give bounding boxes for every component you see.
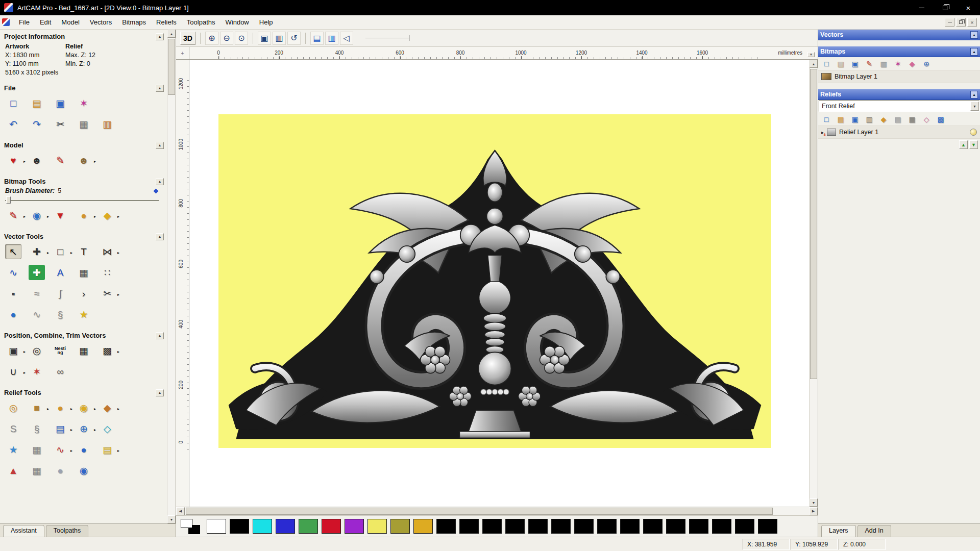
create-star-tool[interactable]: ★ — [76, 307, 92, 322]
collapse-button[interactable]: ▲ — [970, 31, 978, 39]
palette-swatch[interactable] — [735, 519, 754, 534]
brush-preset-icon[interactable] — [154, 188, 159, 193]
flyout-caret-icon[interactable]: ▸ — [117, 349, 119, 354]
menu-item[interactable]: Bitmaps — [117, 16, 151, 28]
palette-swatch[interactable] — [758, 519, 777, 534]
palette-swatch[interactable] — [345, 519, 364, 534]
shape-editor-tool[interactable]: ✎ — [52, 153, 68, 168]
rotate-copy-tool[interactable]: ▩▸ — [99, 343, 115, 358]
free-curve-tool[interactable]: ≈ — [29, 286, 45, 301]
zoom-window-button[interactable]: ⊙ — [235, 32, 248, 45]
menu-item[interactable]: Reliefs — [151, 16, 182, 28]
minimize-button[interactable] — [910, 0, 933, 15]
flyout-caret-icon[interactable]: ▸ — [94, 159, 96, 164]
flyout-caret-icon[interactable]: ▸ — [117, 214, 119, 219]
palette-swatch[interactable] — [322, 519, 341, 534]
palette-swatch[interactable] — [413, 519, 433, 534]
menu-item[interactable]: File — [14, 16, 35, 28]
palette-swatch[interactable] — [689, 519, 708, 534]
calculate-relief-button[interactable]: ▦ — [906, 114, 918, 125]
block-array-tool[interactable]: ▦ — [76, 343, 92, 358]
zoom-fit-button[interactable]: ▣ — [258, 32, 271, 45]
relief-layer-row[interactable]: ▸ Relief Layer 1 — [818, 126, 980, 139]
assistant-tab[interactable]: Toolpaths — [46, 525, 89, 537]
palette-swatch[interactable] — [620, 519, 640, 534]
cut-button[interactable]: ✂ — [52, 116, 68, 132]
layer-link-button[interactable]: ⊕ — [920, 58, 933, 69]
palette-swatch[interactable] — [207, 519, 226, 534]
palette-swatch[interactable] — [574, 519, 594, 534]
flyout-caret-icon[interactable]: ▸ — [94, 428, 96, 432]
palette-swatch[interactable] — [712, 519, 731, 534]
trim-vectors-tool[interactable]: ✂▸ — [99, 286, 115, 301]
flyout-caret-icon[interactable]: ▸ — [94, 214, 96, 219]
relief-clipart-tool[interactable]: ■▸ — [29, 400, 45, 415]
trim-overlap-tool[interactable]: ✶ — [29, 364, 45, 379]
flyout-caret-icon[interactable]: ▸ — [117, 292, 119, 297]
flyout-caret-icon[interactable]: ▸ — [94, 407, 96, 411]
palette-swatch[interactable] — [230, 519, 249, 534]
layer-visibility-icon[interactable] — [970, 129, 977, 136]
zoom-in-button[interactable]: ⊕ — [205, 32, 218, 45]
palette-swatch[interactable] — [528, 519, 548, 534]
bitmap-from-relief-tool[interactable]: ☻▸ — [76, 153, 92, 168]
flyout-caret-icon[interactable]: ▸ — [70, 448, 72, 453]
vector-texture-tool[interactable]: ∿ — [29, 307, 45, 322]
mdi-minimize-button[interactable] — [945, 18, 954, 27]
bitmap-layer-row[interactable]: Bitmap Layer 1 — [818, 70, 980, 83]
open-model-button[interactable]: ▤ — [29, 95, 45, 111]
create-arc-tool[interactable]: › — [76, 286, 92, 301]
palette-swatch[interactable] — [276, 519, 295, 534]
new-bitmap-layer-button[interactable]: □ — [820, 58, 832, 69]
scroll-up-button[interactable]: ▲ — [167, 30, 176, 38]
node-editing-tool[interactable]: ✚ — [29, 265, 45, 280]
emboss-relief-tool[interactable]: ▤▸ — [99, 442, 115, 457]
menu-item[interactable]: Window — [220, 16, 254, 28]
palette-swatch[interactable] — [436, 519, 456, 534]
flyout-caret-icon[interactable]: ▸ — [47, 251, 49, 255]
paint-on-layer-button[interactable]: ✎ — [863, 58, 875, 69]
palette-swatch[interactable] — [253, 519, 272, 534]
paint-tool[interactable]: ✎▸ — [5, 208, 21, 223]
palette-swatch[interactable] — [597, 519, 617, 534]
scrollbar-track[interactable] — [185, 507, 809, 515]
colour-reduction-button[interactable]: ✶ — [892, 58, 904, 69]
canvas-2d-view[interactable] — [189, 60, 809, 507]
model-notes-button[interactable]: ✶ — [76, 95, 92, 111]
extrude-tool[interactable]: ◆▸ — [99, 400, 115, 415]
assistant-tab[interactable]: Assistant — [3, 525, 44, 537]
collapse-button[interactable]: ▲ — [970, 91, 978, 98]
flyout-caret-icon[interactable]: ▸ — [23, 159, 26, 164]
right-panel-tab[interactable]: Layers — [821, 525, 856, 537]
swept-profile-tool[interactable]: ∿▸ — [52, 442, 68, 457]
open-bitmap-layer-button[interactable]: ▤ — [835, 58, 847, 69]
flyout-caret-icon[interactable]: ▸ — [70, 428, 72, 432]
ruler-unit-dropdown[interactable]: ▼ — [807, 52, 815, 57]
palette-swatch[interactable] — [551, 519, 571, 534]
paste-button[interactable]: ▥ — [99, 116, 115, 132]
scrollbar-thumb[interactable] — [168, 39, 175, 95]
align-vectors-tool[interactable]: ▣▸ — [5, 343, 21, 358]
interactive-sculpting-tool[interactable]: ◇ — [99, 421, 115, 436]
palette-swatch[interactable] — [482, 519, 502, 534]
menu-item[interactable]: Vectors — [85, 16, 117, 28]
flyout-caret-icon[interactable]: ▸ — [117, 251, 119, 255]
flyout-caret-icon[interactable]: ▸ — [47, 407, 49, 411]
undo-button[interactable]: ↶ — [5, 116, 21, 132]
gold-relief-button[interactable]: ◆ — [877, 114, 890, 125]
scrollbar-track[interactable] — [167, 38, 176, 515]
relief-select-dropdown-icon[interactable]: ▼ — [970, 102, 979, 111]
flyout-caret-icon[interactable]: ▸ — [23, 214, 26, 219]
collapse-button[interactable]: ▲ — [156, 85, 164, 92]
merge-layers-button[interactable]: ▥ — [877, 58, 890, 69]
flyout-caret-icon[interactable]: ▸ — [23, 349, 26, 354]
flyout-caret-icon[interactable]: ▸ — [117, 407, 119, 411]
view-3d-button[interactable]: 3D — [180, 32, 195, 45]
scroll-down-button[interactable]: ▼ — [810, 498, 818, 507]
snap-points-tool[interactable]: ∷ — [99, 265, 115, 280]
collapse-button[interactable]: ▲ — [970, 48, 978, 56]
greyscale-view-tool[interactable]: ☻ — [29, 153, 45, 168]
scrollbar-thumb[interactable] — [186, 508, 773, 515]
menu-item[interactable]: Help — [254, 16, 278, 28]
relief-page-button[interactable]: ▤ — [892, 114, 904, 125]
